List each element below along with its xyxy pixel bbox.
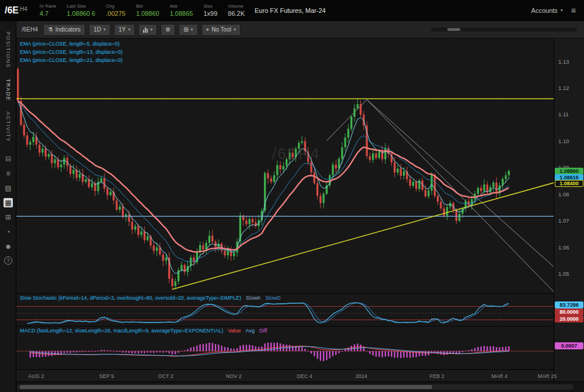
quote-field-value: 86.2K xyxy=(228,10,245,18)
study-labels: EMA (price=CLOSE, length=5, displace=0)E… xyxy=(20,41,123,65)
study-label: EMA (price=CLOSE, length=21, displace=0) xyxy=(20,57,123,63)
help-icon[interactable]: ? xyxy=(4,256,12,265)
gear-icon: ⚙ xyxy=(165,26,171,33)
sidebar-tabs: POSITIONSTRADEACTIVITY xyxy=(0,32,16,142)
legend-diff: Diff xyxy=(259,328,267,334)
quote-field-value: 1x99 xyxy=(203,10,217,18)
timeframe-badge: H4 xyxy=(20,6,27,12)
price-chart-pane: EMA (price=CLOSE, length=5, displace=0)E… xyxy=(16,39,554,293)
crosshair-icon: ⌖ xyxy=(206,26,210,33)
left-sidebar: POSITIONSTRADEACTIVITY ⊟≡▤▦⊞◔☻? xyxy=(0,21,16,392)
price-bubble: 1.08860 xyxy=(555,168,583,175)
quote-field-value: 1.08865 xyxy=(170,10,193,18)
menu-icon[interactable]: ≡ xyxy=(568,6,579,15)
quote-field-value: 4.7 xyxy=(40,10,56,18)
price-axis-label: 1.10 xyxy=(558,138,569,144)
chevron-down-icon: ▾ xyxy=(234,27,236,32)
price-axis[interactable]: 1.131.121.111.101.091.081.071.061.051.08… xyxy=(554,39,584,381)
range-dropdown[interactable]: 1Y ▾ xyxy=(114,24,135,36)
symbol-block: /6EH4 xyxy=(5,5,27,16)
price-bubble: 1.08400 xyxy=(555,180,583,187)
time-axis-label: NOV 2 xyxy=(226,373,242,379)
quote-field: Volume86.2K xyxy=(223,4,250,18)
sidebar-tab-positions[interactable]: POSITIONS xyxy=(5,32,11,68)
chevron-down-icon: ▾ xyxy=(150,27,152,32)
calculator-icon[interactable]: ⊟ xyxy=(4,154,13,164)
time-axis-label: AUG 2 xyxy=(28,373,44,379)
contract-description: Euro FX Futures, Mar-24 xyxy=(255,7,326,14)
quote-field-label: IV Rank xyxy=(40,4,56,9)
chart-symbol-label: /6EH4 xyxy=(20,26,40,33)
quote-fields: IV Rank4.7Last Size1.08860 6Chg.00275Bid… xyxy=(34,4,250,18)
price-axis-label: 1.05 xyxy=(558,270,569,277)
range-value: 1Y xyxy=(119,26,126,33)
chart-type-icon xyxy=(143,27,148,33)
sidebar-tab-activity[interactable]: ACTIVITY xyxy=(5,112,11,143)
stoch-bubble: 80.0000 xyxy=(555,308,583,315)
time-axis-label: DEC 4 xyxy=(297,373,312,379)
aggregation-dropdown[interactable]: 1D ▾ xyxy=(89,24,110,36)
chart-toolbar: /6EH4 ⚗ Indicators 1D ▾ 1Y ▾ ▾ ⚙ ⊞ ▾ ⌖ N… xyxy=(16,21,584,39)
accounts-label: Accounts xyxy=(531,7,558,14)
scrollbar-track[interactable] xyxy=(18,384,573,390)
time-axis-label: SEP 5 xyxy=(99,373,114,379)
toolbar-scrollbar[interactable] xyxy=(431,27,577,32)
ledger-icon[interactable]: ▤ xyxy=(4,183,13,193)
scrollbar-thumb[interactable] xyxy=(20,385,432,389)
legend-value: Value xyxy=(228,328,241,334)
working-orders-icon[interactable]: ≡ xyxy=(4,169,13,178)
price-chart-canvas[interactable] xyxy=(16,39,554,293)
chart-settings-button[interactable]: ⚙ xyxy=(161,24,175,36)
macd-pane: MACD (fastLength=12, slowLength=26, macd… xyxy=(16,326,554,369)
time-axis-label: MAR 4 xyxy=(491,373,507,379)
trading-platform: /6EH4 IV Rank4.7Last Size1.08860 6Chg.00… xyxy=(0,0,584,392)
sidebar-tab-trade[interactable]: TRADE xyxy=(5,79,11,101)
macd-bubble: 0.0007 xyxy=(555,342,583,349)
stoch-bubble: 83.7286 xyxy=(555,301,583,308)
drawing-tool-dropdown[interactable]: ⌖ No Tool ▾ xyxy=(201,24,241,36)
legend-slowk: SlowK xyxy=(246,295,261,301)
quote-field-label: Ask xyxy=(170,4,193,9)
accounts-dropdown[interactable]: Accounts ▾ xyxy=(527,5,568,16)
quote-field-label: Chg xyxy=(106,4,126,9)
symbol: /6E xyxy=(5,5,19,15)
indicators-button[interactable]: ⚗ Indicators xyxy=(43,24,85,36)
quote-field: Ask1.08865 xyxy=(165,4,199,18)
quote-field: Chg.00275 xyxy=(100,4,131,18)
study-title-text: Slow Stochastic (kPeriod=14, dPeriod=3, … xyxy=(20,295,241,301)
quote-field-label: Last Size xyxy=(67,4,95,9)
study-title-text: MACD (fastLength=12, slowLength=26, macd… xyxy=(20,328,223,334)
quote-field: Last Size1.08860 6 xyxy=(61,4,100,18)
toolbar-scrollbar-thumb[interactable] xyxy=(447,28,460,31)
indicators-button-label: Indicators xyxy=(55,26,81,33)
quote-field-value: .00275 xyxy=(106,10,126,18)
price-axis-label: 1.08 xyxy=(558,191,569,197)
drawing-tool-label: No Tool xyxy=(211,26,231,33)
study-label: EMA (price=CLOSE, length=5, displace=0) xyxy=(20,41,123,47)
history-clock-icon[interactable]: ◔ xyxy=(4,227,13,237)
chevron-down-icon: ▾ xyxy=(561,8,563,13)
aggregation-value: 1D xyxy=(93,26,101,33)
chart-type-dropdown[interactable]: ▾ xyxy=(138,24,157,36)
macd-title: MACD (fastLength=12, slowLength=26, macd… xyxy=(20,328,267,334)
quote-field: Size1x99 xyxy=(198,4,223,18)
time-axis-label: 2024 xyxy=(356,373,367,379)
horizontal-scrollbar xyxy=(16,381,584,392)
time-axis[interactable]: AUG 2SEP 5OCT 2NOV 2DEC 42024FEB 2MAR 4M… xyxy=(16,369,554,381)
apps-grid-icon[interactable]: ⊞ xyxy=(4,213,13,222)
quote-field-value: 1.08860 6 xyxy=(67,10,95,18)
contacts-icon[interactable]: ☻ xyxy=(4,242,13,251)
quote-field-label: Volume xyxy=(228,4,245,9)
layout-dropdown[interactable]: ⊞ ▾ xyxy=(179,24,197,36)
study-label: EMA (price=CLOSE, length=13, displace=0) xyxy=(20,49,123,55)
time-axis-label: OCT 2 xyxy=(158,373,173,379)
flask-icon: ⚗ xyxy=(48,26,53,33)
stoch-bubble: 20.0000 xyxy=(555,315,583,322)
price-axis-label: 1.06 xyxy=(558,244,569,251)
stochastic-title: Slow Stochastic (kPeriod=14, dPeriod=3, … xyxy=(20,295,281,301)
quote-field: Bid1.08860 xyxy=(131,4,165,18)
chevron-down-icon: ▾ xyxy=(103,27,106,32)
chart-icon[interactable]: ▦ xyxy=(4,198,13,207)
time-axis-label: MAR 25 xyxy=(538,373,557,379)
time-axis-label: FEB 2 xyxy=(430,373,444,379)
